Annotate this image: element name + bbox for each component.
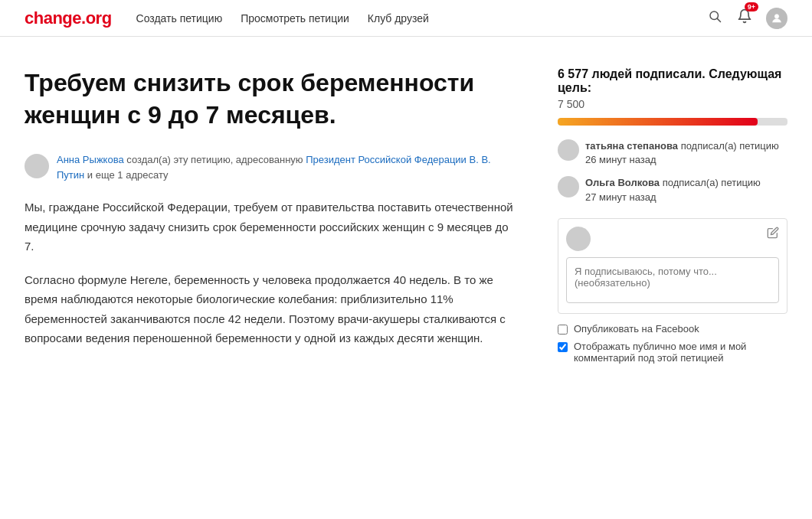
checkbox-public-label[interactable]: Отображать публично мое имя и мой коммен… (574, 341, 787, 364)
nav-create[interactable]: Создать петицию (136, 12, 223, 24)
signer-time-1: 26 минут назад (585, 154, 656, 165)
signer-time-2: 27 минут назад (585, 191, 656, 203)
progress-bar-fill (558, 118, 758, 126)
signer-text-1: татьяна степанова подписал(а) петицию 26… (585, 139, 779, 167)
signature-label: людей подписали. (591, 67, 709, 80)
right-column: 6 577 людей подписали. Следующая цель: 7… (558, 67, 787, 370)
comment-avatar (566, 227, 591, 251)
svg-point-2 (774, 14, 778, 18)
signer-text-2: Ольга Волкова подписал(а) петицию 27 мин… (585, 176, 761, 204)
nav-browse[interactable]: Просмотреть петиции (241, 12, 349, 24)
signer-name-1: татьяна степанова (585, 140, 678, 152)
nav: Создать петицию Просмотреть петиции Клуб… (136, 12, 706, 24)
comment-header (566, 227, 779, 251)
signers-list: татьяна степанова подписал(а) петицию 26… (558, 139, 787, 204)
logo[interactable]: change.org (25, 8, 112, 28)
comment-area (558, 218, 787, 314)
author-row: Анна Рыжкова создал(а) эту петицию, адре… (25, 152, 521, 182)
signature-count: 6 577 людей подписали. Следующая цель: (558, 67, 787, 95)
checkbox-facebook-label[interactable]: Опубликовать на Facebook (574, 323, 699, 335)
petition-paragraph-1: Мы, граждане Российской Федерации, требу… (25, 197, 521, 256)
header: change.org Создать петицию Просмотреть п… (0, 0, 812, 37)
signer-action-label-2: подписал(а) петицию (663, 177, 761, 188)
petition-paragraph-2: Согласно формуле Негеле, беременность у … (25, 270, 521, 348)
nav-club[interactable]: Клуб друзей (368, 12, 429, 24)
checkbox-public-row: Отображать публично мое имя и мой коммен… (558, 341, 787, 364)
author-text-mid: создал(а) эту петицию, адресованную (124, 154, 306, 165)
notif-badge: 9+ (745, 2, 758, 11)
petition-body: Мы, граждане Российской Федерации, требу… (25, 197, 521, 348)
signer-action-label-1: подписал(а) петицию (681, 140, 779, 152)
signature-number: 6 577 (558, 67, 591, 80)
checkbox-facebook[interactable] (558, 325, 568, 335)
user-avatar[interactable] (766, 8, 787, 29)
checkbox-facebook-row: Опубликовать на Facebook (558, 323, 787, 335)
signer-row-2: Ольга Волкова подписал(а) петицию 27 мин… (558, 176, 787, 204)
notifications-button[interactable]: 9+ (735, 7, 754, 29)
signer-avatar-2 (558, 176, 579, 197)
next-goal: 7 500 (558, 98, 787, 110)
checkbox-public[interactable] (558, 342, 568, 352)
header-icons: 9+ (706, 7, 787, 29)
author-text-after: и еще 1 адресату (84, 169, 168, 181)
left-column: Требуем снизить срок беременности женщин… (25, 67, 521, 370)
progress-bar-background (558, 118, 787, 126)
comment-input[interactable] (566, 257, 779, 303)
search-button[interactable] (706, 8, 723, 28)
petition-title: Требуем снизить срок беременности женщин… (25, 67, 521, 131)
svg-line-1 (717, 18, 720, 21)
author-text: Анна Рыжкова создал(а) эту петицию, адре… (57, 152, 521, 182)
signer-avatar-1 (558, 139, 579, 161)
signer-row: татьяна степанова подписал(а) петицию 26… (558, 139, 787, 167)
author-avatar (25, 154, 49, 178)
edit-icon[interactable] (767, 227, 779, 241)
author-name-link[interactable]: Анна Рыжкова (57, 154, 124, 165)
signer-name-2: Ольга Волкова (585, 177, 660, 188)
main-container: Требуем снизить срок беременности женщин… (0, 37, 812, 394)
